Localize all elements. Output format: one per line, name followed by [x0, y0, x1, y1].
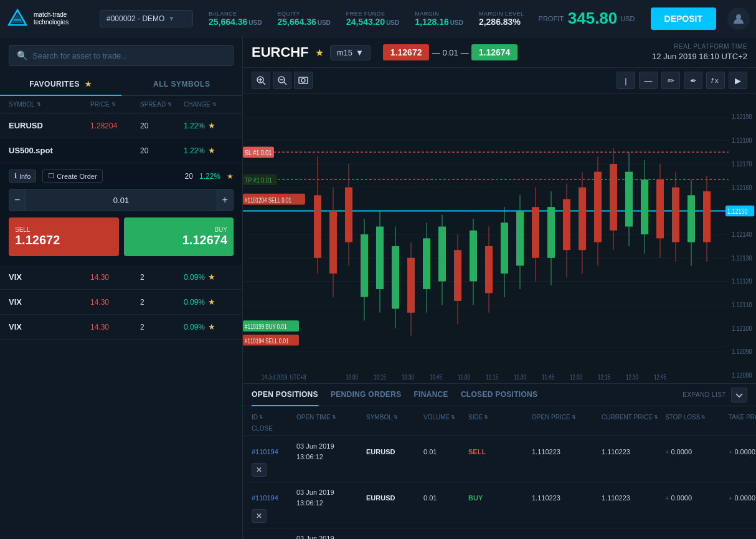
- symbol-change: 1.22%: [184, 146, 205, 155]
- symbol-name: VIX: [9, 322, 90, 332]
- tab-finance[interactable]: FINANCE: [413, 384, 448, 406]
- svg-text:1.12090: 1.12090: [732, 348, 752, 356]
- svg-rect-61: [361, 234, 368, 297]
- tab-closed-positions[interactable]: CLOSED POSITIONS: [461, 384, 537, 406]
- fx-tool-button[interactable]: f x: [706, 72, 725, 89]
- decrease-amount-button[interactable]: −: [9, 189, 26, 211]
- favourite-star-icon[interactable]: ★: [208, 121, 215, 130]
- position-id: #110194: [252, 494, 295, 502]
- list-item[interactable]: VIX 14.30 2 0.09% ★: [0, 265, 242, 290]
- symbol-tabs: FAVOURITES ★ ALL SYMBOLS: [0, 74, 242, 96]
- sell-button[interactable]: SELL 1.12672: [9, 217, 119, 256]
- close-position-button[interactable]: ✕: [252, 509, 267, 523]
- buy-button[interactable]: BUY 1.12674: [124, 217, 234, 256]
- amount-input[interactable]: [26, 189, 216, 211]
- balance-label: BALANCE: [209, 11, 262, 17]
- svg-text:11:30: 11:30: [514, 374, 526, 381]
- add-stop-loss-button[interactable]: +: [665, 448, 669, 456]
- chart-buy-price[interactable]: 1.12674: [471, 44, 518, 60]
- chart-star-icon[interactable]: ★: [315, 47, 324, 59]
- add-stop-loss-button[interactable]: +: [665, 494, 669, 502]
- list-item[interactable]: US500.spot 20 1.22% ★: [0, 138, 242, 163]
- svg-text:#110199 BUY 0.01: #110199 BUY 0.01: [245, 323, 286, 330]
- trade-star-icon[interactable]: ★: [227, 172, 234, 181]
- logo: match-trade technologies: [6, 7, 93, 30]
- position-open-price: 1.110223: [532, 494, 600, 502]
- list-item[interactable]: VIX 14.30 2 0.09% ★: [0, 290, 242, 315]
- account-selector[interactable]: #000002 - DEMO ▼: [100, 10, 193, 27]
- checkbox-icon: ☐: [48, 172, 54, 180]
- chart-sell-price[interactable]: 1.12672: [383, 44, 430, 60]
- symbol-price: 14.30: [90, 298, 140, 307]
- list-item[interactable]: VIX 14.30 2 0.09% ★: [0, 315, 242, 340]
- minus-tool-button[interactable]: —: [639, 72, 658, 89]
- deposit-button[interactable]: DEPOSIT: [651, 7, 716, 30]
- tab-favourites[interactable]: FAVOURITES ★: [0, 74, 121, 96]
- tab-all-symbols[interactable]: ALL SYMBOLS: [121, 74, 243, 96]
- balance-value: 25,664.36USD: [209, 17, 262, 27]
- pencil-tool-button[interactable]: ✏: [661, 72, 680, 89]
- svg-rect-89: [579, 188, 586, 250]
- favourite-star-icon[interactable]: ★: [208, 322, 215, 332]
- list-item[interactable]: EURUSD 1.28204 20 1.22% ★: [0, 113, 242, 138]
- search-icon: 🔍: [17, 50, 27, 60]
- svg-rect-65: [392, 246, 399, 309]
- margin-group: MARGIN 1,128.16USD: [415, 11, 463, 27]
- favourite-star-icon[interactable]: ★: [208, 146, 215, 155]
- svg-rect-75: [470, 231, 477, 282]
- user-icon[interactable]: [727, 7, 750, 30]
- zoom-in-button[interactable]: [252, 72, 270, 89]
- close-position-button[interactable]: ✕: [252, 463, 267, 477]
- buy-sell-row: SELL 1.12672 BUY 1.12674: [9, 217, 234, 256]
- favourite-star-icon[interactable]: ★: [208, 272, 215, 282]
- tab-open-positions[interactable]: OPEN POSITIONS: [252, 384, 318, 406]
- position-volume: 0.01: [423, 448, 467, 456]
- table-row: #110194 03 Jun 201913:06:12 EURUSD 0.01 …: [243, 482, 756, 528]
- search-input[interactable]: [32, 51, 225, 60]
- marker-tool-button[interactable]: ✒: [684, 72, 702, 89]
- col-open-price: OPEN PRICE⇅: [532, 414, 600, 421]
- svg-line-11: [284, 82, 286, 85]
- equity-label: EQUITY: [277, 11, 330, 17]
- platform-time-label: REAL PLATFORM TIME: [652, 42, 747, 51]
- chart-canvas: 1.12190 1.12180 1.12170 1.12160 1.12150 …: [243, 93, 756, 383]
- tab-pending-orders[interactable]: PENDING ORDERS: [331, 384, 402, 406]
- symbol-change: 0.09%: [184, 323, 205, 332]
- chart-area: 1.12190 1.12180 1.12170 1.12160 1.12150 …: [243, 93, 756, 383]
- add-take-profit-button[interactable]: +: [729, 494, 732, 502]
- position-take-profit: + 0.0000: [729, 494, 756, 502]
- timeframe-selector[interactable]: m15 ▼: [330, 45, 371, 60]
- expand-list-button[interactable]: [731, 388, 747, 403]
- svg-point-3: [736, 14, 741, 19]
- svg-text:1.12150: 1.12150: [727, 208, 748, 216]
- zoom-out-button[interactable]: [273, 72, 291, 89]
- margin-level-label: MARGIN LEVEL: [479, 11, 524, 17]
- svg-rect-69: [423, 239, 430, 290]
- chart-tools: | — ✏ ✒ f x ▶: [243, 68, 756, 93]
- crosshair-tool-button[interactable]: |: [617, 72, 635, 89]
- svg-text:1.12120: 1.12120: [732, 277, 752, 285]
- play-tool-button[interactable]: ▶: [729, 72, 747, 89]
- platform-time: REAL PLATFORM TIME 12 Jun 2019 16:10 UTC…: [652, 42, 747, 62]
- screenshot-button[interactable]: [294, 72, 313, 89]
- svg-text:#110194 SELL 0.01: #110194 SELL 0.01: [245, 338, 288, 345]
- position-current-price: 1.110223: [602, 448, 664, 456]
- favourite-star-icon[interactable]: ★: [208, 297, 215, 307]
- positions-table: ID⇅ OPEN TIME⇅ SYMBOL⇅ VOLUME⇅ SIDE⇅ OPE…: [243, 406, 756, 539]
- symbol-price: 14.30: [90, 273, 140, 282]
- col-id: ID⇅: [252, 414, 295, 421]
- svg-text:#1101204 SELL 0.01: #1101204 SELL 0.01: [245, 197, 291, 204]
- info-button[interactable]: ℹ Info: [9, 169, 36, 183]
- increase-amount-button[interactable]: +: [217, 189, 234, 211]
- add-take-profit-button[interactable]: +: [729, 448, 732, 456]
- zoom-tools: [252, 72, 313, 89]
- svg-rect-55: [314, 196, 321, 259]
- svg-text:12:45: 12:45: [654, 374, 666, 381]
- svg-line-7: [263, 82, 265, 85]
- account-id: #000002 - DEMO: [106, 14, 164, 23]
- search-box[interactable]: 🔍: [9, 45, 234, 66]
- svg-text:10:15: 10:15: [374, 374, 386, 381]
- create-order-button[interactable]: ☐ Create Order: [42, 169, 102, 183]
- trade-spread: 20: [185, 172, 193, 181]
- bottom-panel: OPEN POSITIONS PENDING ORDERS FINANCE CL…: [243, 383, 756, 539]
